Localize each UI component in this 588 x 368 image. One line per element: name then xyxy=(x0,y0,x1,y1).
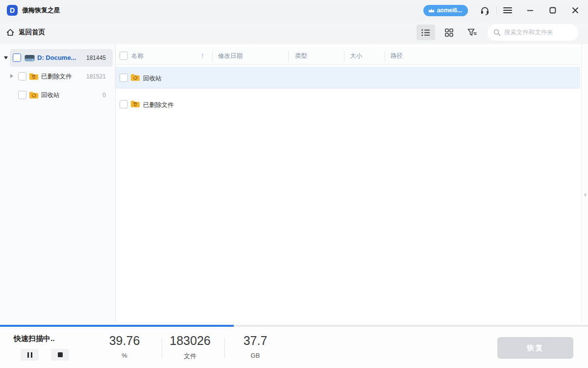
stat-size-label: GB xyxy=(226,352,285,359)
folder-deleted-icon xyxy=(29,73,39,80)
minimize-icon[interactable] xyxy=(524,4,536,16)
folder-deleted-icon xyxy=(130,100,140,108)
deleted-files-label: 已删除文件 xyxy=(41,73,72,81)
column-divider[interactable] xyxy=(212,51,213,61)
column-name[interactable]: 名称 xyxy=(131,52,144,60)
account-badge-label: aomei6... xyxy=(437,7,462,14)
column-size[interactable]: 大小 xyxy=(350,52,362,60)
app-title: 傲梅恢复之星 xyxy=(22,6,60,15)
sidebar-item-deleted-files[interactable]: 已删除文件 181521 xyxy=(0,68,116,85)
row-name: 已删除文件 xyxy=(143,101,174,109)
back-home-button[interactable]: 返回首页 xyxy=(0,28,45,37)
toolbar: 返回首页 xyxy=(0,21,588,44)
drive-d-label: D: Docume... xyxy=(37,54,76,61)
table-header: 名称 ↑ 修改日期 类型 大小 路径 xyxy=(116,47,580,65)
column-divider[interactable] xyxy=(344,51,344,61)
recycle-bin-count: 0 xyxy=(102,92,106,99)
deleted-files-count: 181521 xyxy=(86,73,106,80)
stat-files: 183026 文件 xyxy=(156,334,224,361)
recycle-bin-checkbox[interactable] xyxy=(18,91,26,99)
sort-ascending-icon[interactable]: ↑ xyxy=(201,52,204,59)
stat-size-value: 37.7 xyxy=(226,334,285,348)
pause-button[interactable] xyxy=(21,349,39,361)
select-all-checkbox[interactable] xyxy=(120,52,128,60)
app-window: D 傲梅恢复之星 aomei6... xyxy=(0,0,588,368)
account-badge[interactable]: aomei6... xyxy=(423,5,468,16)
row-name: 回收站 xyxy=(143,75,162,83)
stop-button[interactable] xyxy=(51,349,69,361)
close-icon[interactable] xyxy=(569,4,581,16)
drive-d-count: 181445 xyxy=(86,54,106,61)
pause-icon xyxy=(27,352,32,358)
table-row-deleted-files[interactable]: 已删除文件 xyxy=(116,93,580,115)
table-row-recycle-bin[interactable]: 回收站 xyxy=(116,67,580,89)
sidebar-item-recycle-bin[interactable]: 回收站 0 xyxy=(0,86,116,104)
expand-expander-icon[interactable] xyxy=(10,74,13,78)
column-type[interactable]: 类型 xyxy=(295,52,307,60)
folder-recycle-icon xyxy=(29,91,39,99)
menu-icon[interactable] xyxy=(502,4,514,16)
stat-divider xyxy=(224,338,225,358)
column-date-modified[interactable]: 修改日期 xyxy=(218,52,243,60)
folder-recycle-icon xyxy=(130,74,140,81)
back-home-label: 返回首页 xyxy=(19,28,45,37)
recycle-bin-label: 回收站 xyxy=(41,91,60,100)
drive-d-checkbox[interactable] xyxy=(13,53,21,62)
app-logo-icon: D xyxy=(7,5,18,16)
stat-percent-label: % xyxy=(95,352,154,359)
grid-view-button[interactable] xyxy=(440,25,458,40)
stat-files-label: 文件 xyxy=(156,352,224,361)
deleted-files-checkbox[interactable] xyxy=(18,72,26,80)
search-icon xyxy=(493,29,501,36)
titlebar: D 傲梅恢复之星 aomei6... xyxy=(0,0,588,21)
column-divider[interactable] xyxy=(385,51,385,61)
crown-icon xyxy=(428,8,435,13)
search-box xyxy=(488,24,578,41)
list-view-icon xyxy=(421,29,430,36)
filter-icon xyxy=(467,28,477,37)
home-icon xyxy=(6,28,15,37)
filter-button[interactable] xyxy=(463,25,481,40)
stat-percent: 39.76 % xyxy=(95,334,154,359)
grid-view-icon xyxy=(445,28,453,37)
titlebar-divider xyxy=(496,6,497,14)
sidebar-item-drive-d[interactable]: D: Docume... 181445 xyxy=(0,49,116,67)
search-input[interactable] xyxy=(504,29,568,36)
stat-size: 37.7 GB xyxy=(226,334,285,359)
maximize-icon[interactable] xyxy=(547,4,559,16)
drive-icon xyxy=(24,54,35,62)
collapse-panel-chevron-icon[interactable]: ‹ xyxy=(584,190,587,198)
stop-icon xyxy=(58,352,63,357)
file-table: 名称 ↑ 修改日期 类型 大小 路径 回收站 xyxy=(116,44,588,322)
stat-files-value: 183026 xyxy=(156,334,224,348)
vertical-scrollbar[interactable] xyxy=(581,44,588,322)
row-checkbox[interactable] xyxy=(120,100,128,108)
sidebar-tree: D: Docume... 181445 已删除文件 181521 回收站 0 xyxy=(0,44,116,322)
scan-status-text: 快速扫描中.. xyxy=(14,334,54,343)
support-headset-icon[interactable] xyxy=(479,4,490,16)
list-view-button[interactable] xyxy=(416,25,435,40)
recover-button[interactable]: 恢复 xyxy=(497,337,573,359)
row-checkbox[interactable] xyxy=(120,74,128,82)
column-path[interactable]: 路径 xyxy=(391,52,403,60)
status-footer: 快速扫描中.. 39.76 % 183026 文件 37.7 GB 恢复 xyxy=(0,327,588,368)
collapse-expander-icon[interactable] xyxy=(4,56,8,59)
column-divider[interactable] xyxy=(288,51,289,61)
stat-percent-value: 39.76 xyxy=(95,334,154,348)
